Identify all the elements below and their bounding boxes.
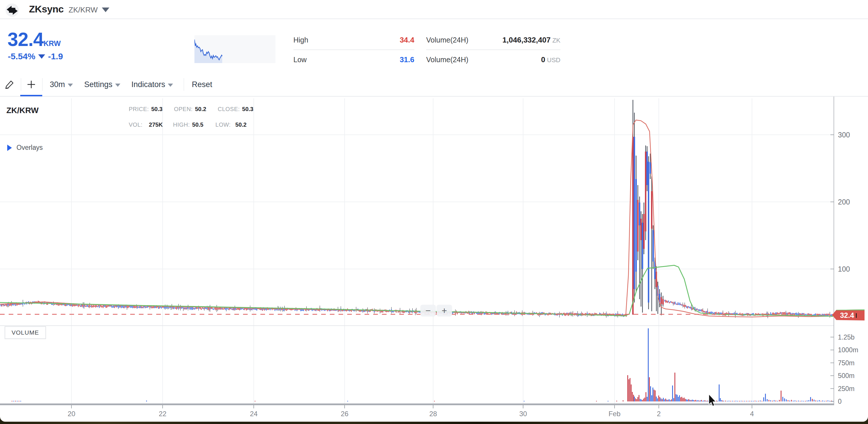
interval-label: 30m (50, 80, 65, 89)
market-dropdown-caret-icon[interactable] (102, 7, 110, 12)
x-axis-tick-26: 26 (341, 410, 349, 418)
volume-zk-value: 1,046,332,407ZK (503, 36, 560, 44)
legend-pair: ZK/KRW (6, 106, 38, 115)
chevron-down-icon (115, 84, 120, 87)
chart-toolbar: 30m Settings Indicators Reset (0, 73, 868, 97)
x-axis-tick-30: 30 (519, 410, 527, 418)
close-label: CLOSE: (218, 106, 240, 112)
reset-label: Reset (192, 80, 212, 89)
change-value: -1.9 (48, 52, 63, 61)
close-value: 50.3 (242, 106, 253, 112)
zksync-logo-icon (5, 3, 19, 17)
x-axis-tick-Feb: Feb (609, 410, 620, 418)
vol-label: VOL: (129, 122, 143, 128)
x-axis-tick-24: 24 (250, 410, 258, 418)
zoom-out-button[interactable]: − (421, 305, 436, 317)
volume-axis-tick-1.25b: 1.25b (838, 333, 855, 341)
interval-dropdown[interactable]: 30m (50, 73, 73, 96)
low-row: Low 31.6 (293, 50, 414, 69)
price-currency: KRW (43, 39, 60, 47)
vol-value: 275K (149, 122, 163, 128)
x-axis-tick-22: 22 (159, 410, 167, 418)
add-indicator-button[interactable] (27, 73, 36, 96)
high-label: HIGH: (173, 122, 190, 128)
last-price-tag: 32.4 (832, 309, 865, 321)
volume-zk-label: Volume(24H) (426, 36, 468, 44)
page-title: ZKsync (29, 3, 64, 15)
divider (42, 78, 42, 91)
tag-tick-icon (856, 313, 857, 318)
header: ZKsync ZK/KRW (0, 0, 868, 19)
divider (184, 78, 184, 91)
open-label: OPEN: (174, 106, 193, 112)
low-value: 50.2 (235, 122, 247, 128)
volume-axis-tick-0: 0 (838, 398, 842, 405)
ohlc-row-2: VOL:275K HIGH:50.5 LOW:50.2 (129, 122, 247, 128)
x-axis-tick-20: 20 (68, 410, 75, 418)
zoom-in-button[interactable]: + (437, 305, 452, 317)
pair-subtitle: ZK/KRW (69, 5, 98, 14)
zoom-controls: − + (421, 305, 452, 317)
high-value: 34.4 (400, 36, 414, 44)
draw-tool-button[interactable] (5, 73, 14, 96)
high-label: High (293, 36, 308, 44)
volume-pane-badge: VOLUME (5, 326, 46, 339)
active-tab-indicator (20, 95, 42, 96)
volume-zk-unit: ZK (552, 37, 560, 44)
volume-axis-tick-250m: 250m (838, 385, 855, 392)
price-label: PRICE: (129, 106, 149, 112)
volume-axis-tick-750m: 750m (838, 359, 855, 367)
open-value: 50.2 (195, 106, 206, 112)
price-axis-tick-200: 200 (838, 198, 850, 206)
volume-panel: Volume(24H) 1,046,332,407ZK Volume(24H) … (426, 30, 560, 69)
price-value: 50.3 (151, 106, 163, 112)
indicators-dropdown[interactable]: Indicators (131, 73, 173, 96)
indicators-label: Indicators (131, 80, 165, 89)
change-percent: -5.54% (8, 52, 35, 61)
volume-usd-label: Volume(24H) (426, 56, 468, 64)
volume-axis-tick-500m: 500m (838, 372, 855, 380)
mouse-cursor-icon (708, 394, 718, 406)
volume-axis-tick-1000m: 1000m (838, 346, 858, 354)
low-label: Low (293, 56, 307, 64)
candlestick-chart[interactable] (0, 97, 868, 422)
play-triangle-icon (7, 144, 12, 151)
overlays-label: Overlays (17, 144, 43, 152)
x-axis-tick-4: 4 (750, 410, 754, 418)
settings-label: Settings (84, 80, 113, 89)
overlays-toggle[interactable]: Overlays (7, 144, 43, 152)
chart-legend: ZK/KRW PRICE:50.3 OPEN:50.2 CLOSE:50.3 V… (6, 106, 38, 115)
last-price: 32.4KRW (7, 28, 61, 50)
volume-usd-row: Volume(24H) 0USD (426, 50, 560, 69)
divider (21, 78, 21, 91)
settings-dropdown[interactable]: Settings (84, 73, 120, 96)
x-axis-tick-28: 28 (429, 410, 437, 418)
price-change: -5.54% -1.9 (8, 52, 63, 61)
volume-zk-row: Volume(24H) 1,046,332,407ZK (426, 30, 560, 50)
low-label: LOW: (216, 122, 231, 128)
price-axis-tick-100: 100 (838, 265, 850, 273)
chevron-down-icon (168, 84, 173, 87)
volume-usd-unit: USD (547, 56, 560, 64)
chevron-down-icon (68, 84, 73, 87)
ohlc-row-1: PRICE:50.3 OPEN:50.2 CLOSE:50.3 (129, 106, 253, 112)
plus-icon (27, 80, 36, 89)
volume-usd-value: 0USD (541, 55, 560, 64)
price-axis-tick-300: 300 (838, 131, 850, 139)
low-value: 31.6 (400, 55, 414, 64)
high-row: High 34.4 (293, 30, 414, 50)
down-caret-icon (38, 54, 45, 59)
app-window: ZKsync ZK/KRW 32.4KRW -5.54% -1.9 High 3… (0, 0, 868, 422)
chart-area[interactable]: ZK/KRW PRICE:50.3 OPEN:50.2 CLOSE:50.3 V… (0, 97, 868, 422)
x-axis-tick-2: 2 (657, 410, 660, 418)
high-low-panel: High 34.4 Low 31.6 (293, 30, 414, 69)
reset-button[interactable]: Reset (192, 73, 212, 96)
high-value: 50.5 (192, 122, 204, 128)
pencil-icon (5, 79, 14, 89)
mini-sparkline (194, 35, 275, 63)
